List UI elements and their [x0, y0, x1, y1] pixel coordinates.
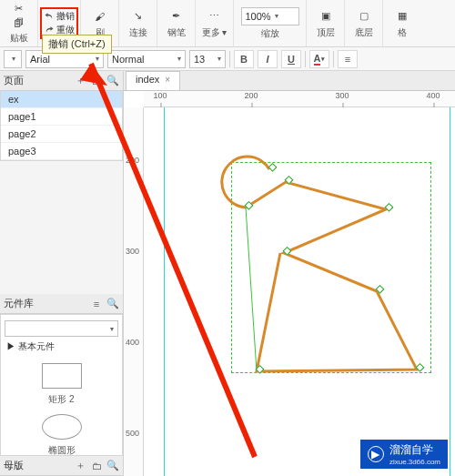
bold-button[interactable]: B — [234, 50, 254, 68]
widget-ellipse[interactable] — [39, 411, 85, 442]
add-folder-icon[interactable]: 🗀 — [90, 460, 103, 472]
pages-tab-label[interactable]: 页面 — [4, 74, 24, 87]
widget-lib-body: ▾ ▶ 基本元件 矩形 2 椭圆形 — [0, 314, 123, 456]
page-item[interactable]: page1 — [1, 108, 122, 126]
underline-button[interactable]: U — [281, 50, 301, 68]
undo-arrow-icon — [44, 11, 55, 22]
separator — [229, 51, 230, 67]
master-panel-header: 母版 ＋ 🗀 🔍 — [0, 456, 123, 476]
front-label: 顶层 — [317, 26, 335, 39]
clipboard-group[interactable]: ✂ 🗐 贴板 — [0, 0, 38, 46]
italic-button[interactable]: I — [258, 50, 278, 68]
document-tabs: index× — [124, 71, 455, 91]
lib-select[interactable]: ▾ — [5, 320, 118, 337]
page-list: expage1page2page3 — [0, 91, 123, 161]
add-master-icon[interactable]: ＋ — [74, 460, 86, 472]
font-style-value: Normal — [112, 54, 144, 65]
font-size-select[interactable]: 13▾ — [189, 50, 226, 68]
undo-tooltip: 撤销 (Ctrl+Z) — [42, 35, 112, 54]
page-item[interactable]: ex — [1, 91, 122, 108]
list-button[interactable]: ≡ — [338, 50, 358, 68]
search-icon[interactable]: 🔍 — [106, 298, 119, 310]
zoom-group[interactable]: 100%▾ 缩放 — [234, 0, 307, 46]
clipboard-label: 贴板 — [10, 32, 28, 45]
separator — [333, 51, 334, 67]
chevron-down-icon: ▾ — [275, 12, 278, 20]
widget-lib-header: 元件库 ≡ 🔍 — [0, 294, 123, 314]
horizontal-ruler: 100200300400 — [144, 91, 455, 107]
search-icon[interactable]: 🔍 — [106, 75, 119, 87]
grid-icon: ▦ — [393, 8, 411, 25]
tab-index[interactable]: index× — [126, 71, 180, 90]
font-size-value: 13 — [194, 54, 205, 65]
more-label: 更多 — [202, 27, 220, 37]
pages-panel-header: 页面 ＋ 🗀 🔍 — [0, 71, 123, 91]
chevron-down-icon: ▾ — [177, 55, 181, 63]
copy-icon: 🗐 — [10, 16, 28, 31]
tab-label: index — [136, 74, 159, 85]
widget-rectangle[interactable] — [39, 360, 85, 391]
widget-lib-label[interactable]: 元件库 — [4, 297, 34, 310]
connect-label: 连接 — [129, 26, 147, 39]
font-prefix-select[interactable]: ▾ — [4, 50, 22, 68]
vertical-ruler: 200300400500 — [124, 107, 144, 476]
send-back-icon: ▢ — [355, 8, 373, 25]
page-item[interactable]: page2 — [1, 126, 122, 143]
play-icon: ▶ — [368, 446, 384, 462]
font-family-value: Arial — [30, 54, 50, 65]
watermark: ▶ 溜溜自学 zixue.3d66.com — [360, 440, 448, 469]
zoom-label: 缩放 — [261, 27, 279, 40]
brush-icon: 🖌 — [91, 8, 109, 25]
undo-label: 撤销 — [56, 10, 75, 23]
chevron-down-icon: ▾ — [217, 55, 221, 63]
more-icon: ⋯ — [206, 8, 224, 25]
back-label: 底层 — [355, 26, 373, 39]
watermark-subtitle: zixue.3d66.com — [389, 458, 440, 466]
menu-icon[interactable]: ≡ — [90, 298, 103, 310]
connect-icon: ↘ — [129, 8, 147, 25]
font-color-button[interactable]: A▾ — [309, 50, 329, 68]
watermark-title: 溜溜自学 — [389, 443, 433, 456]
search-icon[interactable]: 🔍 — [106, 460, 119, 472]
connect-group[interactable]: ↘ 连接 — [119, 0, 157, 46]
zoom-select[interactable]: 100%▾ — [241, 7, 299, 25]
send-back-group[interactable]: ▢ 底层 — [345, 0, 383, 46]
page-item[interactable]: page3 — [1, 143, 122, 160]
tab-close-icon[interactable]: × — [165, 75, 170, 85]
master-tab-label[interactable]: 母版 — [4, 459, 24, 472]
lib-category[interactable]: ▶ 基本元件 — [1, 339, 122, 355]
widget-ellipse-label: 椭圆形 — [1, 444, 122, 456]
chevron-down-icon: ▾ — [96, 55, 99, 63]
add-folder-icon[interactable]: 🗀 — [90, 75, 103, 87]
font-style-select[interactable]: Normal▾ — [107, 50, 186, 68]
scissors-icon: ✂ — [10, 2, 28, 16]
canvas-stage[interactable] — [144, 107, 455, 476]
widget-rectangle-label: 矩形 2 — [1, 393, 122, 406]
add-page-icon[interactable]: ＋ — [74, 75, 86, 87]
zoom-value: 100% — [246, 11, 271, 22]
pen-group[interactable]: ✒ 钢笔 — [157, 0, 196, 46]
undo-button[interactable]: 撤销 — [44, 10, 75, 23]
grid-label: 格 — [398, 26, 407, 39]
pen-icon: ✒ — [167, 8, 186, 25]
chevron-down-icon: ▾ — [12, 55, 15, 63]
grid-group[interactable]: ▦ 格 — [383, 0, 421, 46]
separator — [305, 51, 306, 67]
chevron-down-icon: ▾ — [110, 325, 114, 333]
vector-shape[interactable] — [144, 107, 455, 476]
more-group[interactable]: ⋯ 更多 ▾ — [196, 0, 234, 46]
pen-label: 钢笔 — [167, 26, 186, 39]
bring-front-icon: ▣ — [317, 8, 335, 25]
bring-front-group[interactable]: ▣ 顶层 — [307, 0, 345, 46]
